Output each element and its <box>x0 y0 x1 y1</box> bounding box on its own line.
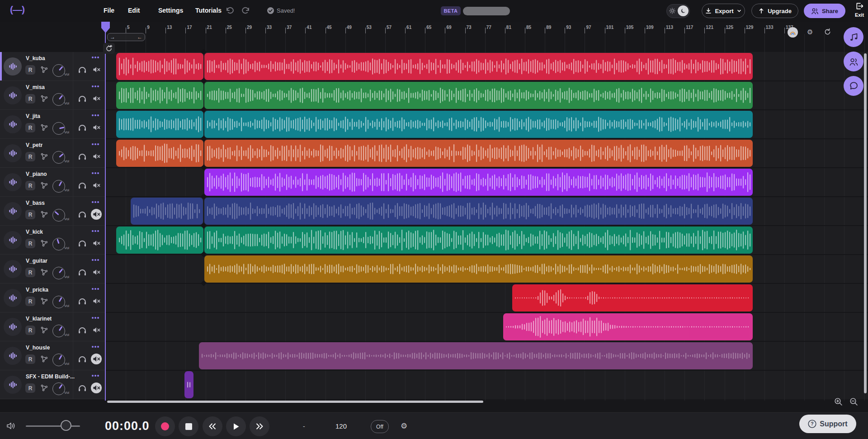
chat-panel-button[interactable] <box>844 76 863 96</box>
rewind-button[interactable] <box>203 416 222 436</box>
mute-button[interactable] <box>91 238 102 249</box>
transport-settings-gear-icon[interactable]: ⚙ <box>401 421 407 431</box>
audio-clip-v-piano[interactable] <box>204 169 753 196</box>
track-menu-dots[interactable] <box>92 172 99 174</box>
automation-icon[interactable] <box>41 153 48 162</box>
volume-knob[interactable]: Vol <box>52 122 65 135</box>
menu-file[interactable]: File <box>104 7 114 14</box>
track-waveform-icon[interactable] <box>4 202 22 220</box>
mute-button[interactable] <box>91 267 102 278</box>
mute-button[interactable] <box>91 209 102 220</box>
track-waveform-icon[interactable] <box>4 289 22 307</box>
track-row-sfx-edm-build-[interactable]: SFX - EDM Build-...RVol <box>0 370 105 399</box>
audio-clip-v-bass[interactable] <box>204 198 753 225</box>
volume-knob[interactable]: Vol <box>52 238 65 250</box>
automation-icon[interactable] <box>41 355 48 364</box>
solo-headphones-button[interactable] <box>78 354 87 363</box>
track-waveform-icon[interactable] <box>4 376 22 394</box>
volume-knob[interactable]: Vol <box>52 296 65 308</box>
mute-button[interactable] <box>91 382 102 393</box>
record-arm-button[interactable]: R <box>25 181 35 190</box>
audio-clip-v-pricka[interactable] <box>512 284 753 312</box>
record-arm-button[interactable]: R <box>25 152 35 161</box>
record-button[interactable] <box>155 416 175 436</box>
track-waveform-icon[interactable] <box>4 318 22 336</box>
volume-knob[interactable]: Vol <box>52 325 65 337</box>
track-row-v-kick[interactable]: V_kickRVol <box>0 226 105 255</box>
volume-knob[interactable]: Vol <box>52 209 65 222</box>
track-waveform-icon[interactable] <box>4 173 22 191</box>
volume-knob[interactable]: Vol <box>52 354 65 366</box>
tempo-display[interactable]: 120 <box>335 422 347 430</box>
mute-button[interactable] <box>91 354 102 364</box>
record-arm-button[interactable]: R <box>25 123 35 132</box>
play-button[interactable] <box>226 416 246 436</box>
stop-button[interactable] <box>179 416 198 436</box>
track-row-v-piano[interactable]: V_pianoRVol <box>0 168 105 197</box>
record-arm-button[interactable]: R <box>25 326 35 335</box>
instruments-panel-button[interactable] <box>844 27 863 47</box>
solo-headphones-button[interactable] <box>78 65 87 74</box>
audio-clip-sfx-edm-build-[interactable] <box>184 371 193 398</box>
bar-ruler[interactable]: 5913172125293337414549535761656973778185… <box>106 22 868 34</box>
timeline-settings-gear-icon[interactable]: ⚙ <box>807 28 813 36</box>
track-name[interactable]: V_misa <box>26 84 45 90</box>
audio-clip-v-misa[interactable] <box>116 82 203 109</box>
master-volume-slider[interactable] <box>26 425 80 427</box>
audio-clip-v-klarinet[interactable] <box>503 313 753 340</box>
track-menu-dots[interactable] <box>92 375 99 377</box>
loop-end-arrow-icon[interactable]: ← <box>137 34 142 40</box>
mute-button[interactable] <box>91 93 102 104</box>
vertical-scrollbar[interactable] <box>864 53 867 393</box>
automation-icon[interactable] <box>41 384 48 393</box>
collaborators-panel-button[interactable] <box>844 52 863 71</box>
record-arm-button[interactable]: R <box>25 239 35 248</box>
automation-icon[interactable] <box>41 269 48 278</box>
audio-clip-v-jita[interactable] <box>204 111 753 138</box>
audio-clip-v-bass[interactable] <box>131 198 203 225</box>
track-row-v-misa[interactable]: V_misaRVol <box>0 81 105 110</box>
volume-knob[interactable]: Vol <box>52 64 65 77</box>
volume-knob[interactable]: Vol <box>52 93 65 106</box>
audio-clip-v-kuba[interactable] <box>204 53 753 80</box>
volume-knob[interactable]: Vol <box>52 382 65 395</box>
undo-icon[interactable] <box>225 6 234 15</box>
menu-tutorials[interactable]: Tutorials <box>195 7 222 14</box>
track-row-v-klarinet[interactable]: V_klarinetRVol <box>0 312 105 341</box>
solo-headphones-button[interactable] <box>78 268 87 277</box>
horizontal-scrollbar[interactable] <box>107 401 483 403</box>
audio-clip-v-petr[interactable] <box>116 140 203 167</box>
upgrade-button[interactable]: Upgrade <box>751 4 798 18</box>
track-name[interactable]: V_bass <box>26 200 45 206</box>
track-waveform-icon[interactable] <box>4 144 22 162</box>
redo-icon[interactable] <box>241 6 250 15</box>
record-arm-button[interactable]: R <box>25 297 35 306</box>
menu-settings[interactable]: Settings <box>158 7 183 14</box>
track-name[interactable]: V_jita <box>26 113 40 119</box>
track-waveform-icon[interactable] <box>4 347 22 365</box>
solo-headphones-button[interactable] <box>78 181 87 190</box>
track-menu-dots[interactable] <box>92 201 99 203</box>
track-menu-dots[interactable] <box>92 259 99 261</box>
record-arm-button[interactable]: R <box>25 210 35 219</box>
track-menu-dots[interactable] <box>92 288 99 290</box>
audio-clip-v-kick[interactable] <box>204 227 753 254</box>
record-arm-button[interactable]: R <box>25 268 35 277</box>
menu-edit[interactable]: Edit <box>128 7 140 14</box>
track-row-v-jita[interactable]: V_jitaRVol <box>0 110 105 139</box>
track-waveform-icon[interactable] <box>4 86 22 104</box>
audio-clip-v-jita[interactable] <box>116 111 203 138</box>
mute-button[interactable] <box>91 64 102 75</box>
record-arm-button[interactable]: R <box>25 94 35 104</box>
audio-clip-v-housle[interactable] <box>199 342 753 369</box>
track-row-v-kuba[interactable]: V_kubaRVol <box>0 52 105 81</box>
automation-icon[interactable] <box>41 66 48 75</box>
solo-headphones-button[interactable] <box>78 297 87 306</box>
track-name[interactable]: V_housle <box>26 345 50 351</box>
mute-button[interactable] <box>91 122 102 133</box>
metronome-toggle[interactable]: Off <box>371 420 389 433</box>
track-name[interactable]: V_kick <box>26 229 43 235</box>
mute-button[interactable] <box>91 325 102 335</box>
solo-headphones-button[interactable] <box>78 326 87 335</box>
track-row-v-petr[interactable]: V_petrRVol <box>0 139 105 168</box>
